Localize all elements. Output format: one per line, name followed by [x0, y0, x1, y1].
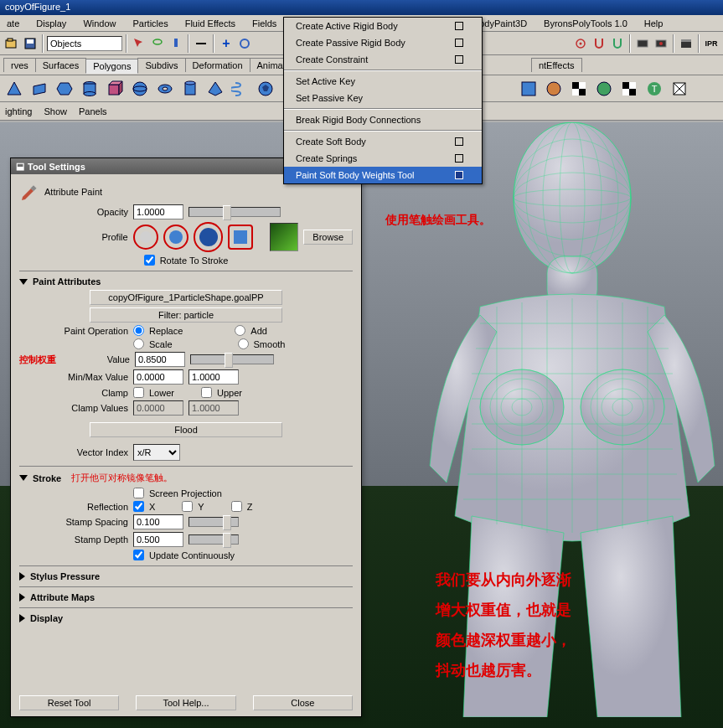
profile-square[interactable] — [228, 225, 253, 250]
attr-select-button[interactable]: copyOfFigure_1ParticleShape.goalPP — [90, 290, 282, 305]
mi-create-springs[interactable]: Create Springs — [284, 150, 482, 167]
tool-1-icon[interactable] — [518, 78, 540, 100]
circle-icon[interactable] — [236, 35, 253, 52]
screen-proj-check[interactable] — [133, 488, 144, 498]
tool-2-icon[interactable] — [543, 78, 565, 100]
close-button[interactable]: Close — [253, 695, 353, 710]
mi-set-passive-key[interactable]: Set Passive Key — [284, 90, 482, 106]
reflect-y-check[interactable] — [182, 501, 193, 512]
reset-tool-button[interactable]: Reset Tool — [19, 695, 119, 710]
tool-4-icon[interactable] — [593, 78, 615, 100]
profile-gaussian[interactable] — [133, 225, 158, 250]
tab-surfaces[interactable]: Surfaces — [35, 58, 86, 72]
poly-cone-icon[interactable] — [3, 78, 25, 100]
tool-5-icon[interactable] — [618, 78, 640, 100]
vp-lighting[interactable]: ighting — [5, 106, 32, 116]
select-icon[interactable] — [131, 35, 147, 52]
paint-attributes-header[interactable]: Paint Attributes — [19, 276, 353, 287]
menu-ate[interactable]: ate — [3, 17, 23, 30]
open-icon[interactable] — [3, 35, 20, 52]
tool-3-icon[interactable] — [568, 78, 590, 100]
plus-icon[interactable]: + — [218, 35, 235, 52]
menu-byronspolytools[interactable]: ByronsPolyTools 1.0 — [540, 17, 631, 30]
stylus-header[interactable]: Stylus Pressure — [19, 571, 353, 581]
tool-help-button[interactable]: Tool Help... — [136, 695, 235, 710]
stamp-spacing-slider[interactable] — [188, 517, 239, 527]
poly-pipe-icon[interactable] — [179, 78, 201, 100]
menu-fluid-effects[interactable]: Fluid Effects — [182, 17, 239, 30]
vp-panels[interactable]: Panels — [79, 106, 107, 116]
profile-solid[interactable] — [194, 222, 224, 252]
poly-prism-icon[interactable] — [54, 78, 75, 100]
menu-window[interactable]: Window — [80, 17, 119, 30]
opacity-field[interactable] — [133, 204, 183, 219]
attrmaps-header[interactable]: Attribute Maps — [19, 592, 353, 602]
lasso-icon[interactable] — [149, 35, 166, 52]
op-scale-radio[interactable] — [133, 338, 144, 349]
update-cont-check[interactable] — [133, 550, 144, 560]
object-field[interactable] — [47, 36, 122, 51]
poly-plane-icon[interactable] — [28, 78, 50, 100]
render-icon[interactable] — [634, 35, 651, 52]
mi-set-active-key[interactable]: Set Active Key — [284, 73, 482, 90]
mi-create-passive-rigid[interactable]: Create Passive Rigid Body — [284, 34, 482, 51]
value-slider[interactable] — [190, 354, 274, 364]
mi-create-soft-body[interactable]: Create Soft Body — [284, 133, 482, 150]
poly-torus-icon[interactable] — [154, 78, 176, 100]
reflect-x-check[interactable] — [133, 501, 144, 512]
save-icon[interactable] — [22, 35, 39, 52]
tool-7-icon[interactable] — [669, 78, 690, 100]
ipr-icon[interactable]: IPR — [703, 35, 720, 52]
display-header[interactable]: Display — [19, 613, 353, 623]
menu-particles[interactable]: Particles — [130, 17, 172, 30]
menu-help[interactable]: Help — [641, 17, 667, 30]
menu-display[interactable]: Display — [33, 17, 70, 30]
vector-index-select[interactable]: x/R — [133, 444, 180, 461]
poly-sphere-icon[interactable] — [129, 78, 151, 100]
op-smooth-radio[interactable] — [238, 338, 249, 349]
stamp-spacing-field[interactable] — [133, 514, 183, 529]
tab-polygons[interactable]: Polygons — [85, 59, 138, 74]
magnet2-icon[interactable] — [609, 35, 626, 52]
profile-soft[interactable] — [163, 225, 188, 250]
op-add-radio[interactable] — [235, 325, 245, 336]
poly-helix-icon[interactable] — [230, 78, 251, 100]
poly-cylinder-icon[interactable] — [79, 78, 101, 100]
poly-cube-icon[interactable] — [104, 78, 126, 100]
reflect-z-check[interactable] — [231, 501, 242, 512]
min-field[interactable] — [133, 369, 183, 385]
opacity-slider[interactable] — [188, 207, 281, 217]
op-replace-radio[interactable] — [133, 325, 144, 336]
clamp-upper-check[interactable] — [201, 387, 212, 398]
mi-create-constraint[interactable]: Create Constraint — [284, 51, 482, 68]
clapboard-icon[interactable] — [678, 35, 695, 52]
tab-nteffects[interactable]: ntEffects — [531, 58, 582, 72]
poly-pyramid-icon[interactable] — [204, 78, 226, 100]
tab-curves[interactable]: rves — [3, 58, 36, 72]
vp-show[interactable]: Show — [44, 106, 67, 116]
mi-create-active-rigid[interactable]: Create Active Rigid Body — [284, 18, 482, 34]
browse-button[interactable]: Browse — [303, 230, 353, 245]
tab-deformation[interactable]: Deformation — [185, 58, 250, 72]
poly-soccer-icon[interactable] — [255, 78, 276, 100]
profile-custom[interactable] — [270, 223, 298, 251]
max-field[interactable] — [188, 369, 239, 385]
rotate-to-stroke-check[interactable] — [144, 255, 155, 266]
mi-break-connections[interactable]: Break Rigid Body Connections — [284, 111, 482, 128]
mi-paint-soft-body-weights[interactable]: Paint Soft Body Weights Tool — [284, 167, 482, 183]
value-field[interactable] — [135, 352, 185, 367]
menu-fields[interactable]: Fields — [249, 17, 280, 30]
toggle-icon[interactable] — [193, 35, 209, 52]
tool-6-icon[interactable]: T — [643, 78, 665, 100]
flood-button[interactable]: Flood — [90, 422, 282, 437]
tab-subdivs[interactable]: Subdivs — [137, 58, 185, 72]
paint-icon[interactable] — [168, 35, 184, 52]
magnet-icon[interactable] — [591, 35, 607, 52]
filter-button[interactable]: Filter: particle — [90, 307, 282, 323]
clamp-lower-check[interactable] — [133, 387, 144, 398]
stroke-header[interactable]: Stroke 打开他可对称镜像笔触。 — [19, 472, 353, 484]
stamp-depth-slider[interactable] — [188, 534, 239, 545]
snap-icon[interactable] — [572, 35, 589, 52]
stamp-depth-field[interactable] — [133, 532, 183, 547]
render2-icon[interactable] — [653, 35, 669, 52]
